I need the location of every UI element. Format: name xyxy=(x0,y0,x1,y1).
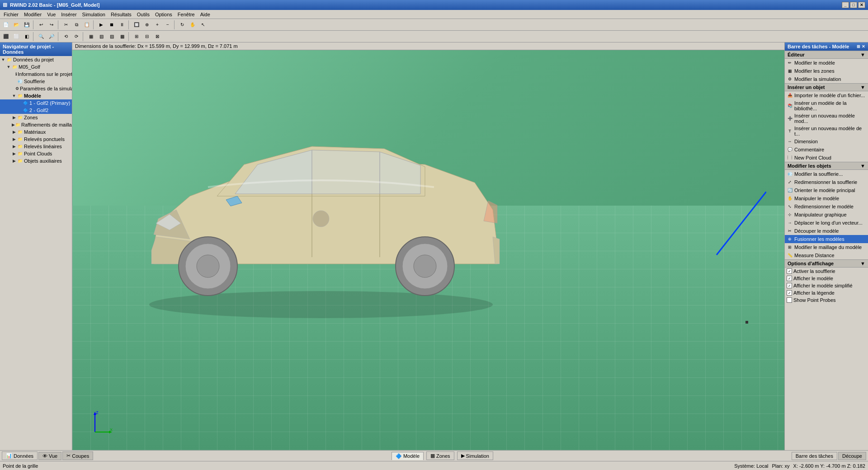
tree-soufflerie[interactable]: ▶ 💨 Soufflerie xyxy=(0,78,72,85)
tb2-btn4[interactable]: 🔍 xyxy=(36,32,46,42)
item-modifier-zones[interactable]: ▦ Modifier les zones xyxy=(785,67,868,75)
item-measure-distance[interactable]: 📏 Measure Distance xyxy=(785,251,868,259)
tab-zones[interactable]: ▦ Zones xyxy=(426,451,454,460)
section-arrow[interactable]: ▼ xyxy=(860,85,865,90)
tb2-btn11[interactable]: ▩ xyxy=(117,32,127,42)
new-btn[interactable]: 📄 xyxy=(1,20,11,30)
item-redimensionner-soufflerie[interactable]: ⤢ Redimensionner la soufflerie xyxy=(785,178,868,186)
save-btn[interactable]: 💾 xyxy=(22,20,32,30)
item-manipulateur-graphique[interactable]: ⊹ Manipulateur graphique xyxy=(785,211,868,219)
item-fusionner-modeles[interactable]: ⊕ Fusionner les modèles xyxy=(785,235,868,243)
menu-simulation[interactable]: Simulation xyxy=(80,11,108,18)
item-deplacer-vecteur[interactable]: → Déplacer le long d'un vecteur... xyxy=(785,219,868,227)
pause-btn[interactable]: ⏸ xyxy=(117,20,127,30)
item-commentaire[interactable]: 💬 Commentaire xyxy=(785,146,868,154)
section-arrow[interactable]: ▼ xyxy=(860,52,865,57)
checkbox-modele-simplifie[interactable] xyxy=(787,283,792,288)
rotate-btn[interactable]: ↻ xyxy=(177,20,187,30)
copy-btn[interactable]: ⧉ xyxy=(71,20,81,30)
tb2-btn6[interactable]: ⟲ xyxy=(61,32,71,42)
tb2-btn14[interactable]: ⊠ xyxy=(152,32,162,42)
tb2-btn2[interactable]: ⬜ xyxy=(11,32,21,42)
item-modifier-maillage[interactable]: ⊞ Modifier le maillage du modèle xyxy=(785,243,868,251)
tab-vue[interactable]: 👁 Vue xyxy=(38,452,61,460)
tab-barre-taches[interactable]: Barre des tâches xyxy=(792,452,837,460)
item-orienter-modele[interactable]: 🔄 Orienter le modèle principal xyxy=(785,186,868,194)
tree-zones[interactable]: ▶ 📁 Zones xyxy=(0,114,72,121)
redo-btn[interactable]: ↪ xyxy=(47,20,57,30)
tab-donnees[interactable]: 📊 Données xyxy=(2,451,38,460)
tb2-btn10[interactable]: ▨ xyxy=(107,32,117,42)
cut-btn[interactable]: ✂ xyxy=(61,20,71,30)
item-inserer-nouveau-modele[interactable]: ➕ Insérer un nouveau modèle mod... xyxy=(785,112,868,125)
restore-button[interactable]: □ xyxy=(850,2,857,8)
menu-vue[interactable]: Vue xyxy=(44,11,58,18)
tree-params[interactable]: ▶ ⚙ Paramètres de la simulation xyxy=(0,85,72,92)
menu-inserer[interactable]: Insérer xyxy=(58,11,79,18)
menu-fenetre[interactable]: Fenêtre xyxy=(175,11,198,18)
item-new-point-cloud[interactable]: ⋮⋮ New Point Cloud xyxy=(785,154,868,162)
checkbox-activer-soufflerie[interactable] xyxy=(787,268,792,274)
pan-btn[interactable]: ✋ xyxy=(188,20,198,30)
stop-btn[interactable]: ⏹ xyxy=(107,20,117,30)
zoom-in-btn[interactable]: + xyxy=(152,20,162,30)
paste-btn[interactable]: 📋 xyxy=(82,20,92,30)
menu-outils[interactable]: Outils xyxy=(134,11,152,18)
item-redimensionner-modele[interactable]: ⤡ Redimensionner le modèle xyxy=(785,202,868,211)
tree-point-clouds[interactable]: ▶ 📁 Point Clouds xyxy=(0,150,72,157)
menu-resultats[interactable]: Résultats xyxy=(108,11,134,18)
item-afficher-modele-simplifie[interactable]: Afficher le modèle simplifié xyxy=(785,282,868,289)
tb2-btn8[interactable]: ▦ xyxy=(86,32,96,42)
item-afficher-modele[interactable]: Afficher le modèle xyxy=(785,275,868,282)
item-inserer-texte[interactable]: T Insérer un nouveau modèle de t... xyxy=(785,125,868,137)
open-btn[interactable]: 📂 xyxy=(11,20,21,30)
checkbox-point-probes[interactable] xyxy=(787,297,792,303)
tab-simulation[interactable]: ▶ Simulation xyxy=(457,451,493,460)
tb2-btn12[interactable]: ⊞ xyxy=(132,32,142,42)
item-modifier-modele[interactable]: ✏ Modifier le modèle xyxy=(785,59,868,67)
tab-decoupe[interactable]: Découpe xyxy=(838,452,866,460)
item-manipuler-modele[interactable]: ✋ Manipuler le modèle xyxy=(785,194,868,202)
tree-golf2[interactable]: ▶ 🔷 2 - Golf2 xyxy=(0,107,72,114)
tree-objets-aux[interactable]: ▶ 📁 Objets auxiliaires xyxy=(0,157,72,164)
tb2-btn13[interactable]: ⊟ xyxy=(142,32,152,42)
zoom-fit-btn[interactable]: ⊕ xyxy=(142,20,152,30)
close-button[interactable]: ✕ xyxy=(858,2,865,8)
tb2-btn5[interactable]: 🔎 xyxy=(47,32,57,42)
tb2-btn1[interactable]: ⬛ xyxy=(1,32,11,42)
tree-golf2-primary[interactable]: ▶ 🔷 1 - Golf2 (Primary) xyxy=(0,99,72,107)
item-afficher-legende[interactable]: Afficher la légende xyxy=(785,289,868,296)
item-importer-fichier[interactable]: 📥 Importer le modèle d'un fichier... xyxy=(785,91,868,99)
tree-modele[interactable]: ▼ 📁 Modèle xyxy=(0,92,72,99)
section-arrow[interactable]: ▼ xyxy=(860,261,865,266)
tree-donnees[interactable]: ▼ 📁 Données du projet xyxy=(0,56,72,63)
item-dimension[interactable]: ↔ Dimension xyxy=(785,137,868,146)
zoom-out-btn[interactable]: − xyxy=(163,20,173,30)
tb2-btn3[interactable]: ◧ xyxy=(22,32,32,42)
checkbox-afficher-modele[interactable] xyxy=(787,276,792,281)
minimize-button[interactable]: _ xyxy=(842,2,849,8)
tab-coupes[interactable]: ✂ Coupes xyxy=(62,451,93,460)
tree-infos[interactable]: ▶ ℹ Informations sur le projet xyxy=(0,70,72,78)
tb2-btn7[interactable]: ⟳ xyxy=(71,32,81,42)
item-activer-soufflerie[interactable]: Activer la soufflerie xyxy=(785,268,868,275)
tb2-btn9[interactable]: ▧ xyxy=(96,32,106,42)
item-modifier-simulation[interactable]: ⚙ Modifier la simulation xyxy=(785,75,868,83)
menu-options[interactable]: Options xyxy=(152,11,175,18)
item-decouper-modele[interactable]: ✂ Découper le modèle xyxy=(785,227,868,235)
menu-fichier[interactable]: Fichier xyxy=(1,11,21,18)
tab-modele[interactable]: 🔷 Modèle xyxy=(392,452,424,460)
item-inserer-bibliotheque[interactable]: 📚 Insérer un modèle de la bibliothè... xyxy=(785,99,868,112)
section-arrow[interactable]: ▼ xyxy=(860,163,865,169)
undo-btn[interactable]: ↩ xyxy=(36,20,46,30)
view3d-btn[interactable]: 🔲 xyxy=(132,20,142,30)
checkbox-legende[interactable] xyxy=(787,290,792,296)
viewport-3d[interactable]: Dimensions de la soufflerie: Dx = 15.599… xyxy=(72,42,784,450)
menu-aide[interactable]: Aide xyxy=(198,11,213,18)
panel-controls[interactable]: ⊞ ✕ xyxy=(857,44,865,49)
item-show-point-probes[interactable]: Show Point Probes xyxy=(785,296,868,304)
tree-m05golf[interactable]: ▼ 📁 M05_Golf xyxy=(0,63,72,70)
menu-modifier[interactable]: Modifier xyxy=(21,11,44,18)
tree-releves-ponct[interactable]: ▶ 📁 Relevés ponctuels xyxy=(0,136,72,143)
item-modifier-soufflerie[interactable]: 💨 Modifier la soufflerie... xyxy=(785,170,868,178)
